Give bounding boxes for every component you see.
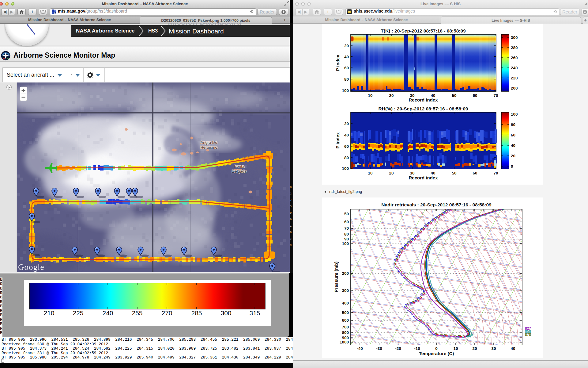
svg-text:315: 315 — [249, 309, 260, 316]
svg-text:Delgada: Delgada — [232, 169, 247, 174]
svg-text:900: 900 — [342, 335, 349, 340]
svg-text:700: 700 — [342, 325, 349, 329]
svg-text:Nadir retrievals : 20-Sep-2012: Nadir retrievals : 20-Sep-2012 08:57:16 … — [381, 202, 492, 207]
svg-text:Google: Google — [18, 263, 44, 272]
svg-text:600: 600 — [342, 318, 349, 323]
svg-text:270: 270 — [161, 309, 172, 316]
svg-text:70: 70 — [344, 226, 349, 231]
svg-text:10: 10 — [453, 346, 458, 351]
svg-text:500: 500 — [342, 310, 349, 315]
svg-text:Pressure (mb): Pressure (mb) — [334, 262, 339, 293]
svg-text:Angra Do: Angra Do — [201, 140, 217, 145]
svg-text:90: 90 — [344, 237, 349, 241]
svg-text:100: 100 — [342, 241, 349, 246]
svg-text:50: 50 — [344, 212, 349, 216]
svg-text:210: 210 — [43, 309, 54, 316]
svg-text:300: 300 — [342, 288, 349, 293]
svg-text:-20: -20 — [395, 346, 401, 351]
svg-text:Temperature (C): Temperature (C) — [419, 351, 454, 356]
svg-text:300: 300 — [221, 309, 231, 316]
svg-text:-10: -10 — [414, 346, 420, 351]
svg-text:400: 400 — [342, 301, 349, 305]
svg-text:80: 80 — [344, 232, 349, 236]
svg-text:240: 240 — [102, 309, 113, 316]
svg-text:255: 255 — [132, 309, 142, 316]
svg-text:20: 20 — [472, 346, 477, 351]
svg-text:Ponta: Ponta — [234, 164, 245, 169]
svg-text:225: 225 — [73, 309, 83, 316]
svg-text:Heroismo: Heroismo — [200, 145, 217, 150]
svg-text:800: 800 — [342, 330, 349, 335]
svg-text:0: 0 — [435, 346, 438, 351]
svg-text:-40: -40 — [357, 346, 363, 351]
svg-text:40: 40 — [511, 346, 515, 351]
svg-text:200: 200 — [342, 271, 349, 276]
svg-text:-30: -30 — [376, 346, 382, 351]
svg-text:878: 878 — [525, 332, 531, 337]
svg-text:30: 30 — [491, 346, 496, 351]
svg-text:60: 60 — [344, 220, 349, 224]
svg-text:285: 285 — [191, 309, 202, 316]
svg-text:1000: 1000 — [340, 340, 349, 344]
